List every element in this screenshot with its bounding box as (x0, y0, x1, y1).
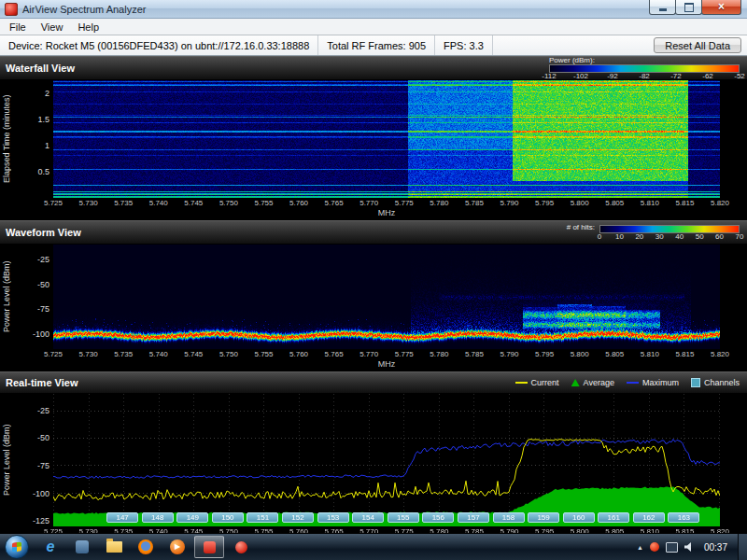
y-tick-label: -25 (37, 406, 49, 414)
waveform-x-axis-label: MHz (53, 359, 720, 370)
close-icon: × (718, 1, 725, 13)
titlebar: AirView Spectrum Analyzer × (0, 0, 747, 19)
channel-label: 156 (422, 512, 454, 523)
y-tick-label: -100 (33, 330, 49, 339)
tick-label: 5.735 (114, 350, 133, 358)
tick-label: 5.800 (571, 350, 589, 358)
tick-label: 10 (615, 233, 624, 241)
y-tick-label: -100 (33, 489, 49, 497)
tick-label: 5.760 (289, 350, 308, 358)
tray-expand-icon[interactable]: ▲ (637, 544, 643, 551)
tick-label: 5.745 (184, 350, 203, 358)
airview-taskbar-icon (204, 541, 216, 553)
tick-label: 5.755 (254, 350, 273, 358)
y-tick-label: 1.5 (37, 116, 49, 124)
taskbar-icon-ie[interactable]: e (35, 536, 65, 558)
channel-label: 158 (493, 512, 525, 523)
app-square-icon (76, 540, 89, 553)
waterfall-plot-row: Elapsed Time (minutes) 21.510.5 (0, 80, 747, 198)
waterfall-header: Waterfall View Power (dBm): -112-102-92-… (0, 56, 747, 80)
tick-label: -82 (639, 73, 650, 80)
maximize-button[interactable] (675, 0, 702, 15)
taskbar-icon-explorer[interactable] (99, 536, 129, 558)
channel-label: 152 (282, 512, 314, 523)
tick-label: 5.795 (535, 199, 554, 207)
y-tick-label: -50 (37, 434, 49, 442)
close-button[interactable]: × (701, 0, 741, 15)
tick-label: 5.815 (675, 199, 694, 207)
device-status: Device: Rocket M5 (00156DFED433) on ubnt… (0, 35, 318, 55)
maximize-icon (684, 3, 694, 12)
waveform-plot-row: Power Level (dBm) -25-50-75-100 (0, 245, 747, 349)
frames-status: Total RF Frames: 905 (318, 35, 435, 55)
waveform-y-axis: Power Level (dBm) -25-50-75-100 (0, 245, 53, 349)
waveform-y-axis-title: Power Level (dBm) (2, 245, 11, 349)
taskbar-icon-red-app[interactable] (226, 536, 256, 558)
tick-label: -92 (607, 73, 618, 80)
tick-label: 5.795 (535, 350, 554, 358)
menu-view[interactable]: View (34, 21, 71, 34)
start-button[interactable] (5, 535, 29, 559)
system-tray: ▲ 00:37 (637, 534, 747, 560)
screen: AirView Spectrum Analyzer × File View He… (0, 0, 747, 560)
channel-label: 151 (247, 512, 278, 523)
window-buttons: × (650, 0, 741, 15)
minimize-icon (659, 8, 667, 11)
y-tick-label: -75 (37, 461, 49, 469)
tick-label: 5.820 (711, 350, 729, 358)
tick-label: -72 (670, 73, 682, 80)
tick-label: -112 (542, 73, 556, 80)
waveform-title: Waveform View (6, 227, 81, 238)
menu-help[interactable]: Help (70, 21, 106, 34)
menu-file[interactable]: File (2, 21, 34, 34)
media-player-icon: ▶ (170, 539, 185, 554)
legend-current: Current (515, 378, 559, 387)
tick-label: 5.820 (711, 199, 729, 207)
taskbar-icon-app[interactable] (67, 536, 97, 558)
tick-label: 5.725 (44, 199, 63, 207)
ie-icon: e (47, 539, 55, 554)
y-tick-label: 2 (45, 90, 49, 98)
network-tray-icon[interactable] (666, 542, 678, 553)
waterfall-x-axis-label: MHz (53, 208, 720, 218)
waterfall-title: Waterfall View (6, 63, 75, 74)
taskbar-icon-airview-active[interactable] (194, 536, 224, 558)
y-tick-label: 0.5 (37, 168, 49, 176)
tick-label: 5.800 (571, 199, 589, 207)
maximum-line-swatch (627, 382, 639, 384)
tick-label: -52 (734, 73, 745, 80)
tick-label: 40 (675, 233, 684, 241)
tick-label: 5.765 (325, 199, 344, 207)
tick-label: 5.735 (114, 199, 133, 207)
channel-label: 153 (317, 512, 349, 523)
waterfall-y-axis: Elapsed Time (minutes) 21.510.5 (0, 80, 53, 198)
tick-label: 5.765 (325, 350, 344, 358)
hits-colorbar-legend: # of hits: 010203040506070 (567, 224, 740, 241)
waveform-x-axis: 5.7255.7305.7355.7405.7455.7505.7555.760… (53, 349, 720, 359)
realtime-title: Real-time View (6, 377, 78, 388)
power-colorbar-legend: Power (dBm): -112-102-92-82-72-62-52 (549, 57, 740, 80)
menubar: File View Help (0, 19, 747, 35)
reset-all-data-button[interactable]: Reset All Data (654, 37, 741, 53)
minimize-button[interactable] (649, 0, 676, 15)
tick-label: 70 (736, 233, 744, 241)
tick-label: 5.770 (359, 199, 378, 207)
realtime-line-chart (53, 394, 720, 526)
channel-label: 147 (106, 512, 138, 523)
realtime-y-axis: Power Level (dBm) -25-50-75-100-125 (0, 394, 53, 526)
power-colorbar-label: Power (dBm): (549, 57, 740, 64)
antivirus-tray-icon[interactable] (650, 542, 659, 552)
tick-label: 50 (696, 233, 704, 241)
show-desktop-button[interactable] (738, 534, 747, 560)
tick-label: 5.810 (641, 199, 659, 207)
volume-tray-icon[interactable] (684, 542, 694, 552)
channel-label: 157 (458, 512, 489, 523)
hits-colorbar-label: # of hits: (567, 224, 595, 231)
taskbar-icon-media[interactable]: ▶ (162, 536, 192, 558)
tick-label: 30 (655, 233, 664, 241)
realtime-header: Real-time View Current Average Maximum C… (0, 371, 747, 394)
red-app-icon (235, 541, 247, 553)
taskbar-icon-firefox[interactable] (131, 536, 161, 558)
channel-label: 163 (668, 512, 699, 523)
taskbar-clock[interactable]: 00:37 (704, 542, 727, 553)
